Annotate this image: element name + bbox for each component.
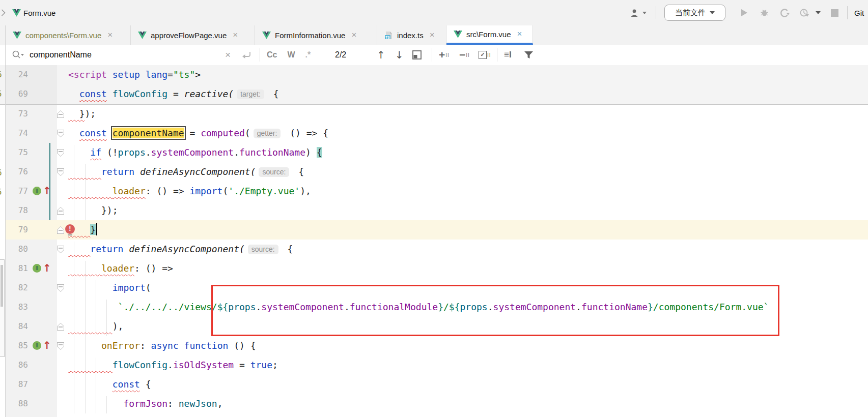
previous-occurrence-icon[interactable]: ↑ — [377, 45, 385, 65]
code-text[interactable]: <script setup lang="ts"> — [58, 65, 201, 84]
panel-divider[interactable] — [5, 25, 6, 417]
regex-toggle[interactable]: .* — [305, 50, 311, 59]
filter-lines-icon[interactable]: ≡I — [504, 45, 512, 65]
breadcrumb-file-name[interactable]: Form.vue — [23, 0, 55, 25]
line-number[interactable]: 73 — [6, 104, 28, 124]
vue-logo-icon — [12, 0, 21, 25]
text-caret — [96, 223, 97, 235]
search-input[interactable]: componentName — [30, 45, 92, 65]
run-icon[interactable] — [739, 0, 748, 25]
code-text[interactable]: import( — [58, 278, 151, 297]
tab-approveflowpage-vue[interactable]: approveFlowPage.vue× — [131, 25, 255, 45]
line-number[interactable]: 88 — [6, 394, 28, 413]
code-text[interactable]: formJson: newJson, — [58, 394, 222, 413]
annotation-red-box — [211, 285, 779, 336]
code-text[interactable]: if (!props.systemComponent.functionName)… — [58, 143, 322, 162]
line-number[interactable]: 82 — [6, 278, 28, 297]
code-text[interactable]: return defineAsyncComponent(source: { — [58, 162, 304, 182]
profiler-icon[interactable] — [799, 0, 809, 25]
tab-components-form-vue[interactable]: components\Form.vue× — [6, 25, 131, 45]
code-text[interactable]: const { — [58, 375, 151, 394]
vue-file-icon — [262, 32, 271, 39]
code-text[interactable]: ), — [58, 317, 123, 336]
tab-forminformation-vue[interactable]: FormInformation.vue× — [255, 25, 377, 45]
match-case-toggle[interactable]: Cc — [267, 50, 277, 59]
line-number[interactable]: 74 — [6, 124, 28, 143]
close-tab-icon[interactable]: × — [233, 30, 238, 40]
code-text[interactable]: loader: () => — [58, 259, 173, 278]
implemented-gutter-icon[interactable]: I — [33, 341, 41, 350]
code-editor[interactable]: 73 });74 const componentName = computed(… — [0, 65, 868, 417]
code-line-75: 75 if (!props.systemComponent.functionNa… — [6, 143, 868, 162]
implemented-gutter-icon[interactable]: I — [33, 187, 41, 195]
tab-index-ts[interactable]: TSindex.ts× — [377, 25, 446, 45]
code-text[interactable]: loader: () => import('./Empty.vue'), — [58, 182, 311, 201]
search-icon[interactable] — [11, 45, 24, 65]
filter-funnel-icon[interactable] — [524, 45, 533, 65]
code-text[interactable]: onError: async function () { — [58, 336, 256, 355]
navigate-up-gutter-icon[interactable]: ↑ — [43, 184, 51, 197]
code-line-85: 85I↑ onError: async function () { — [6, 336, 868, 355]
remove-selection-icon[interactable]: −II — [459, 45, 470, 65]
words-toggle[interactable]: W — [287, 50, 295, 59]
line-number[interactable]: 76 — [6, 162, 28, 182]
sliver-scrollbar[interactable] — [0, 259, 5, 357]
line-number[interactable]: 87 — [6, 375, 28, 394]
close-tab-icon[interactable]: × — [517, 29, 522, 39]
line-number[interactable]: 86 — [6, 355, 28, 375]
new-line-icon[interactable] — [241, 45, 253, 65]
code-text[interactable]: flowConfig.isOldSystem = true; — [58, 355, 278, 375]
select-all-occurrences-icon[interactable]: ✓II — [479, 45, 491, 65]
navigate-up-gutter-icon[interactable]: ↑ — [43, 339, 51, 352]
close-tab-icon[interactable]: × — [430, 30, 435, 40]
line-number[interactable]: 84 — [6, 317, 28, 336]
line-number[interactable]: 79 — [6, 220, 28, 240]
line-number[interactable]: 80 — [6, 240, 28, 259]
debug-icon[interactable] — [760, 0, 769, 25]
code-line-73: 73 }); — [6, 104, 868, 124]
line-number[interactable]: 69 — [6, 84, 28, 104]
line-number[interactable]: 77 — [6, 182, 28, 201]
stop-icon[interactable] — [831, 0, 838, 25]
code-line-81: 81I↑ loader: () => — [6, 259, 868, 278]
sliver-digit: 6 — [0, 168, 2, 177]
open-results-in-tool-window-icon[interactable] — [412, 45, 422, 65]
line-number[interactable]: 75 — [6, 143, 28, 162]
next-occurrence-icon[interactable]: ↓ — [395, 45, 404, 65]
tab-label: src\Form.vue — [466, 30, 511, 39]
tab-label: approveFlowPage.vue — [151, 31, 227, 40]
coverage-icon[interactable] — [780, 0, 790, 25]
code-text[interactable]: }); — [58, 104, 96, 124]
code-line-24: 24<script setup lang="ts"> — [6, 65, 868, 84]
run-config-dropdown-arrow-icon — [710, 11, 715, 14]
close-tab-icon[interactable]: × — [351, 30, 356, 40]
navigate-up-gutter-icon[interactable]: ↑ — [43, 261, 51, 275]
line-number[interactable]: 83 — [6, 297, 28, 317]
git-menu[interactable]: Git — [854, 0, 864, 25]
clear-search-icon[interactable]: × — [225, 45, 231, 65]
line-number[interactable]: 24 — [6, 65, 28, 84]
tab-label: FormInformation.vue — [275, 31, 345, 40]
code-text[interactable]: return defineAsyncComponent(source: { — [58, 240, 293, 259]
code-text[interactable]: const componentName = computed(getter: (… — [58, 124, 328, 143]
implemented-gutter-icon[interactable]: I — [33, 264, 41, 273]
code-text[interactable]: } — [58, 220, 97, 240]
parameter-hint-inlay: source: — [259, 167, 289, 177]
run-configuration-select[interactable]: 当前文件 — [664, 5, 725, 21]
line-number[interactable]: 81 — [6, 259, 28, 278]
title-bar: Form.vue 当前文件 — [0, 0, 868, 26]
chevron-right-icon — [1, 0, 6, 25]
profiler-dropdown-arrow-icon[interactable] — [816, 0, 821, 25]
line-number[interactable]: 78 — [6, 201, 28, 220]
sliver-scrollbar-thumb[interactable] — [1, 265, 3, 307]
divider — [260, 48, 260, 62]
code-text[interactable]: const flowConfig = reactive(target: { — [58, 84, 279, 104]
close-tab-icon[interactable]: × — [107, 30, 113, 40]
add-selection-icon[interactable]: +II — [439, 45, 450, 65]
tab-src-form-vue[interactable]: src\Form.vue× — [446, 25, 533, 45]
user-icon[interactable] — [630, 0, 647, 25]
code-line-79: 79! } — [6, 220, 868, 240]
divider — [497, 48, 497, 62]
line-number[interactable]: 85 — [6, 336, 28, 355]
code-text[interactable]: }); — [58, 201, 118, 220]
